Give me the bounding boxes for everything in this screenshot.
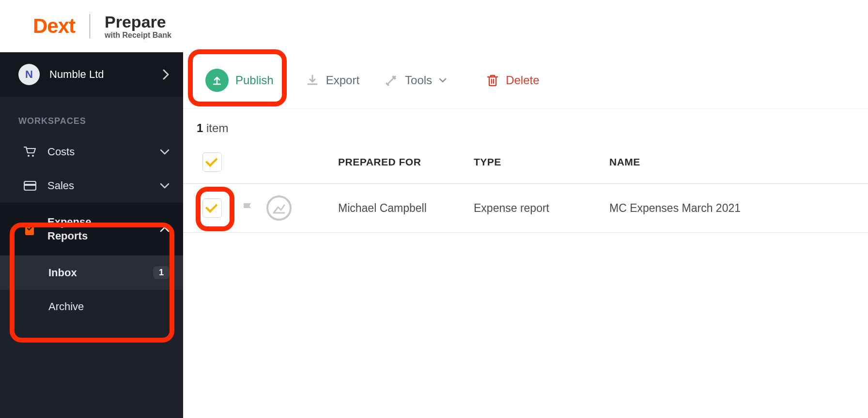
cart-icon	[23, 146, 37, 158]
col-prepared-for[interactable]: PREPARED FOR	[338, 156, 474, 168]
report-icon	[23, 223, 37, 236]
main-content: Publish Export Tools	[183, 52, 868, 418]
item-count: 1 item	[183, 109, 868, 148]
chevron-down-icon	[439, 78, 447, 83]
cell-name: MC Expenses March 2021	[609, 202, 868, 215]
tools-label: Tools	[405, 74, 432, 87]
delete-button[interactable]: Delete	[478, 68, 548, 93]
company-avatar: N	[18, 64, 40, 85]
publish-label: Publish	[235, 74, 274, 87]
sidebar-item-archive[interactable]: Archive	[0, 290, 183, 324]
nav-label: Costs	[47, 146, 149, 158]
col-type[interactable]: TYPE	[474, 156, 609, 168]
select-all-checkbox[interactable]	[202, 152, 222, 172]
cell-prepared-for: Michael Campbell	[338, 202, 474, 215]
chevron-up-icon	[160, 226, 170, 232]
nav-label: Sales	[47, 179, 149, 192]
sidebar-item-costs[interactable]: Costs	[0, 135, 183, 169]
nav-label: Expense Reports	[47, 215, 149, 243]
workspaces-label: WORKSPACES	[0, 97, 183, 135]
export-button[interactable]: Export	[297, 68, 368, 93]
row-checkbox[interactable]	[202, 198, 222, 218]
sidebar: N Numble Ltd WORKSPACES Costs Sales	[0, 52, 183, 418]
card-icon	[23, 181, 37, 191]
nav-label: Archive	[48, 300, 170, 313]
product-subtitle: with Receipt Bank	[105, 31, 171, 40]
logo-divider	[90, 14, 90, 38]
publish-button[interactable]: Publish	[197, 63, 282, 98]
chevron-right-icon	[163, 69, 170, 80]
tools-icon	[385, 74, 398, 87]
company-switcher[interactable]: N Numble Ltd	[0, 52, 183, 97]
col-name[interactable]: NAME	[609, 156, 868, 168]
inbox-count-badge: 1	[153, 266, 170, 279]
toolbar: Publish Export Tools	[183, 52, 868, 109]
sidebar-item-inbox[interactable]: Inbox 1	[0, 255, 183, 290]
delete-label: Delete	[506, 74, 539, 87]
nav-label: Inbox	[48, 267, 142, 279]
app-header: Dext Prepare with Receipt Bank	[0, 0, 868, 52]
brand-logo: Dext	[33, 15, 75, 38]
delete-icon	[486, 74, 499, 87]
company-name: Numble Ltd	[49, 68, 153, 81]
export-label: Export	[326, 74, 359, 87]
export-icon	[306, 74, 319, 87]
cell-type: Expense report	[474, 202, 609, 215]
svg-point-1	[32, 155, 34, 157]
table-row[interactable]: Michael Campbell Expense report MC Expen…	[183, 183, 868, 233]
svg-point-0	[28, 155, 30, 157]
tools-button[interactable]: Tools	[376, 68, 455, 93]
status-icon[interactable]	[266, 195, 292, 221]
flag-icon[interactable]	[241, 201, 254, 215]
svg-rect-3	[24, 184, 36, 186]
product-title-block: Prepare with Receipt Bank	[105, 13, 171, 40]
chevron-down-icon	[160, 149, 170, 155]
chevron-down-icon	[160, 183, 170, 189]
product-title: Prepare	[105, 13, 171, 31]
sidebar-item-expense-reports[interactable]: Expense Reports	[0, 203, 183, 255]
sidebar-item-sales[interactable]: Sales	[0, 169, 183, 203]
table-header: PREPARED FOR TYPE NAME	[183, 148, 868, 183]
publish-icon	[205, 69, 229, 92]
